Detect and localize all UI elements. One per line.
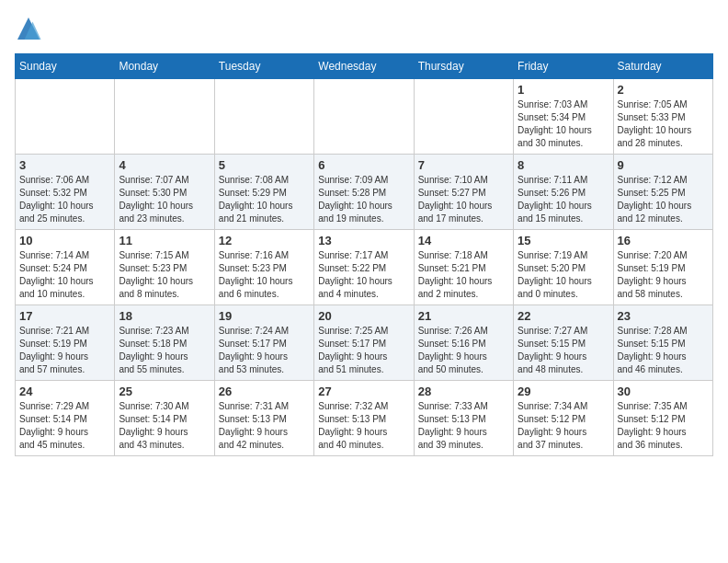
week-row-2: 10Sunrise: 7:14 AM Sunset: 5:24 PM Dayli… xyxy=(16,230,713,305)
day-info: Sunrise: 7:19 AM Sunset: 5:20 PM Dayligh… xyxy=(518,249,609,301)
calendar-header: SundayMondayTuesdayWednesdayThursdayFrid… xyxy=(16,54,713,79)
day-info: Sunrise: 7:34 AM Sunset: 5:12 PM Dayligh… xyxy=(518,400,609,452)
weekday-header-wednesday: Wednesday xyxy=(314,54,414,79)
day-info: Sunrise: 7:29 AM Sunset: 5:14 PM Dayligh… xyxy=(19,400,110,452)
day-number: 10 xyxy=(19,234,110,247)
calendar-cell xyxy=(115,79,214,155)
calendar-cell: 16Sunrise: 7:20 AM Sunset: 5:19 PM Dayli… xyxy=(613,230,712,305)
weekday-header-saturday: Saturday xyxy=(613,54,712,79)
calendar-cell: 28Sunrise: 7:33 AM Sunset: 5:13 PM Dayli… xyxy=(414,381,513,456)
day-number: 3 xyxy=(19,158,110,172)
calendar-cell: 24Sunrise: 7:29 AM Sunset: 5:14 PM Dayli… xyxy=(16,381,115,456)
calendar-body: 1Sunrise: 7:03 AM Sunset: 5:34 PM Daylig… xyxy=(16,79,713,456)
day-number: 14 xyxy=(418,234,509,247)
weekday-header-sunday: Sunday xyxy=(16,54,115,79)
day-info: Sunrise: 7:26 AM Sunset: 5:16 PM Dayligh… xyxy=(418,325,509,376)
calendar-cell: 22Sunrise: 7:27 AM Sunset: 5:15 PM Dayli… xyxy=(514,305,613,381)
weekday-header-friday: Friday xyxy=(514,54,613,79)
day-number: 30 xyxy=(618,385,709,398)
week-row-0: 1Sunrise: 7:03 AM Sunset: 5:34 PM Daylig… xyxy=(16,79,713,155)
logo-icon xyxy=(15,15,42,42)
day-number: 9 xyxy=(618,158,709,172)
day-info: Sunrise: 7:08 AM Sunset: 5:29 PM Dayligh… xyxy=(219,174,310,225)
calendar-cell: 21Sunrise: 7:26 AM Sunset: 5:16 PM Dayli… xyxy=(414,305,513,381)
calendar-cell xyxy=(414,79,513,155)
day-info: Sunrise: 7:35 AM Sunset: 5:12 PM Dayligh… xyxy=(618,400,709,452)
day-info: Sunrise: 7:20 AM Sunset: 5:19 PM Dayligh… xyxy=(618,249,709,301)
day-number: 20 xyxy=(318,309,409,323)
day-number: 25 xyxy=(119,385,210,398)
calendar-cell: 18Sunrise: 7:23 AM Sunset: 5:18 PM Dayli… xyxy=(115,305,214,381)
calendar-cell: 19Sunrise: 7:24 AM Sunset: 5:17 PM Dayli… xyxy=(214,305,313,381)
calendar-cell xyxy=(16,79,115,155)
week-row-1: 3Sunrise: 7:06 AM Sunset: 5:32 PM Daylig… xyxy=(16,155,713,230)
calendar-cell: 1Sunrise: 7:03 AM Sunset: 5:34 PM Daylig… xyxy=(514,79,613,155)
day-info: Sunrise: 7:32 AM Sunset: 5:13 PM Dayligh… xyxy=(318,400,409,452)
day-number: 6 xyxy=(318,158,409,172)
day-number: 4 xyxy=(119,158,210,172)
day-info: Sunrise: 7:16 AM Sunset: 5:23 PM Dayligh… xyxy=(219,249,310,301)
calendar-cell: 30Sunrise: 7:35 AM Sunset: 5:12 PM Dayli… xyxy=(613,381,712,456)
day-number: 22 xyxy=(518,309,609,323)
day-number: 1 xyxy=(518,83,609,97)
calendar-cell: 6Sunrise: 7:09 AM Sunset: 5:28 PM Daylig… xyxy=(314,155,414,230)
calendar-cell: 12Sunrise: 7:16 AM Sunset: 5:23 PM Dayli… xyxy=(214,230,313,305)
calendar-cell: 8Sunrise: 7:11 AM Sunset: 5:26 PM Daylig… xyxy=(514,155,613,230)
calendar-cell: 17Sunrise: 7:21 AM Sunset: 5:19 PM Dayli… xyxy=(16,305,115,381)
calendar-cell: 11Sunrise: 7:15 AM Sunset: 5:23 PM Dayli… xyxy=(115,230,214,305)
day-number: 24 xyxy=(19,385,110,398)
calendar-cell: 9Sunrise: 7:12 AM Sunset: 5:25 PM Daylig… xyxy=(613,155,712,230)
day-info: Sunrise: 7:28 AM Sunset: 5:15 PM Dayligh… xyxy=(618,325,709,376)
day-info: Sunrise: 7:18 AM Sunset: 5:21 PM Dayligh… xyxy=(418,249,509,301)
calendar-cell: 29Sunrise: 7:34 AM Sunset: 5:12 PM Dayli… xyxy=(514,381,613,456)
day-info: Sunrise: 7:14 AM Sunset: 5:24 PM Dayligh… xyxy=(19,249,110,301)
day-info: Sunrise: 7:25 AM Sunset: 5:17 PM Dayligh… xyxy=(318,325,409,376)
day-number: 27 xyxy=(318,385,409,398)
day-number: 21 xyxy=(418,309,509,323)
day-number: 2 xyxy=(618,83,709,97)
day-number: 18 xyxy=(119,309,210,323)
calendar-cell: 2Sunrise: 7:05 AM Sunset: 5:33 PM Daylig… xyxy=(613,79,712,155)
calendar-cell: 23Sunrise: 7:28 AM Sunset: 5:15 PM Dayli… xyxy=(613,305,712,381)
day-info: Sunrise: 7:06 AM Sunset: 5:32 PM Dayligh… xyxy=(19,174,110,225)
calendar-cell: 25Sunrise: 7:30 AM Sunset: 5:14 PM Dayli… xyxy=(115,381,214,456)
day-number: 8 xyxy=(518,158,609,172)
logo xyxy=(15,15,46,42)
calendar-cell: 10Sunrise: 7:14 AM Sunset: 5:24 PM Dayli… xyxy=(16,230,115,305)
weekday-header-tuesday: Tuesday xyxy=(214,54,313,79)
page-header xyxy=(15,15,713,42)
day-info: Sunrise: 7:12 AM Sunset: 5:25 PM Dayligh… xyxy=(618,174,709,225)
day-number: 26 xyxy=(219,385,310,398)
day-info: Sunrise: 7:10 AM Sunset: 5:27 PM Dayligh… xyxy=(418,174,509,225)
calendar-cell: 5Sunrise: 7:08 AM Sunset: 5:29 PM Daylig… xyxy=(214,155,313,230)
day-number: 17 xyxy=(19,309,110,323)
calendar-cell: 7Sunrise: 7:10 AM Sunset: 5:27 PM Daylig… xyxy=(414,155,513,230)
day-info: Sunrise: 7:24 AM Sunset: 5:17 PM Dayligh… xyxy=(219,325,310,376)
weekday-header-monday: Monday xyxy=(115,54,214,79)
day-number: 16 xyxy=(618,234,709,247)
day-number: 13 xyxy=(318,234,409,247)
calendar-cell: 13Sunrise: 7:17 AM Sunset: 5:22 PM Dayli… xyxy=(314,230,414,305)
day-info: Sunrise: 7:27 AM Sunset: 5:15 PM Dayligh… xyxy=(518,325,609,376)
calendar-cell xyxy=(214,79,313,155)
weekday-row: SundayMondayTuesdayWednesdayThursdayFrid… xyxy=(16,54,713,79)
day-info: Sunrise: 7:31 AM Sunset: 5:13 PM Dayligh… xyxy=(219,400,310,452)
week-row-4: 24Sunrise: 7:29 AM Sunset: 5:14 PM Dayli… xyxy=(16,381,713,456)
day-number: 12 xyxy=(219,234,310,247)
day-number: 15 xyxy=(518,234,609,247)
day-info: Sunrise: 7:09 AM Sunset: 5:28 PM Dayligh… xyxy=(318,174,409,225)
day-number: 7 xyxy=(418,158,509,172)
calendar-cell: 27Sunrise: 7:32 AM Sunset: 5:13 PM Dayli… xyxy=(314,381,414,456)
day-info: Sunrise: 7:07 AM Sunset: 5:30 PM Dayligh… xyxy=(119,174,210,225)
day-info: Sunrise: 7:33 AM Sunset: 5:13 PM Dayligh… xyxy=(418,400,509,452)
weekday-header-thursday: Thursday xyxy=(414,54,513,79)
calendar-cell: 14Sunrise: 7:18 AM Sunset: 5:21 PM Dayli… xyxy=(414,230,513,305)
day-number: 23 xyxy=(618,309,709,323)
day-number: 11 xyxy=(119,234,210,247)
calendar-cell xyxy=(314,79,414,155)
day-info: Sunrise: 7:15 AM Sunset: 5:23 PM Dayligh… xyxy=(119,249,210,301)
day-info: Sunrise: 7:21 AM Sunset: 5:19 PM Dayligh… xyxy=(19,325,110,376)
calendar-cell: 3Sunrise: 7:06 AM Sunset: 5:32 PM Daylig… xyxy=(16,155,115,230)
day-info: Sunrise: 7:23 AM Sunset: 5:18 PM Dayligh… xyxy=(119,325,210,376)
day-number: 28 xyxy=(418,385,509,398)
